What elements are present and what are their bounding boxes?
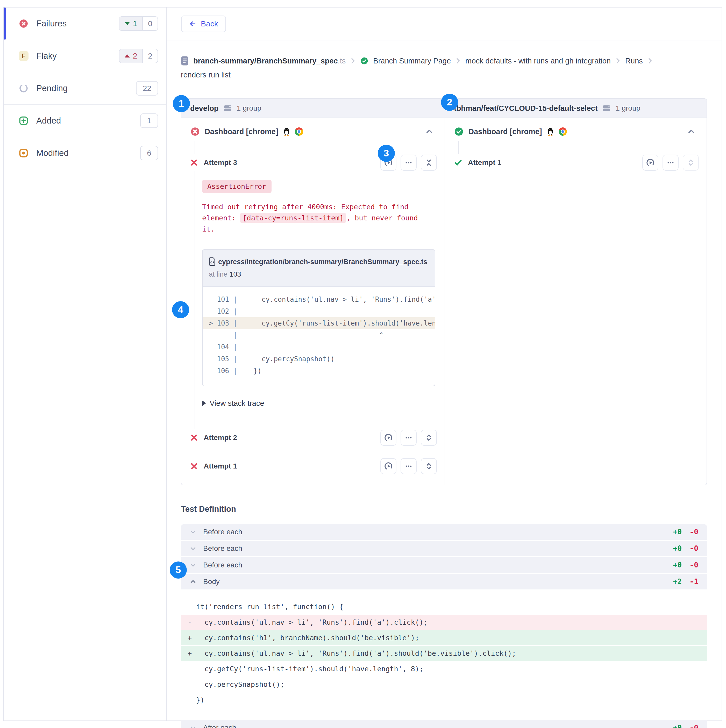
added-count: +0 (673, 561, 682, 569)
breadcrumb: branch-summary/BranchSummary_spec.ts Bra… (181, 54, 707, 82)
thread-line (458, 141, 459, 155)
modified-count-badge: 6 (140, 146, 158, 160)
section-body[interactable]: Body +2-1 (181, 574, 707, 590)
attempt-row-3: Attempt 3 (190, 154, 437, 171)
sidebar-item-label: Added (36, 116, 61, 125)
more-options-button[interactable] (401, 430, 417, 446)
passed-circle-icon (454, 127, 464, 136)
attempt-label: Attempt 1 (468, 159, 501, 167)
expand-attempt-button[interactable] (421, 430, 437, 446)
body-diff: it('renders run list', function() { - cy… (181, 590, 707, 720)
expand-attempt-button[interactable] (421, 458, 437, 474)
code-line: 105 | cy.percySnapshot() (203, 353, 435, 365)
replay-attempt-button[interactable] (642, 154, 659, 171)
page: Failures 1 0 F Flaky 2 2 (0, 0, 726, 728)
removed-count: -0 (689, 528, 698, 536)
app-window: Failures 1 0 F Flaky 2 2 (3, 7, 722, 721)
sidebar-item-pending[interactable]: Pending 22 (4, 72, 166, 105)
flaky-count-badge: 2 2 (119, 49, 158, 63)
comparison-body: Dashboard [chrome] (181, 118, 706, 485)
added-plus-icon (18, 116, 29, 125)
passed-check-icon (454, 159, 462, 167)
sidebar-item-modified[interactable]: Modified 6 (4, 137, 166, 169)
spec-file-icon (181, 56, 188, 66)
removed-count: -1 (689, 577, 698, 586)
column-feature-branch: Dashboard [chrome] (445, 118, 706, 485)
breadcrumb-current: renders run list (181, 68, 231, 82)
sidebar-item-added[interactable]: Added 1 (4, 105, 166, 137)
replay-attempt-button[interactable] (380, 458, 397, 474)
flaky-icon: F (18, 51, 29, 61)
annotation-marker-5: 5 (170, 561, 187, 578)
failed-x-icon (190, 462, 198, 470)
code-line-caret: | ^ (203, 329, 435, 341)
more-options-button[interactable] (401, 154, 417, 171)
error-type-badge: AssertionError (202, 180, 271, 193)
diff-line-removed: - cy.contains('ul.nav > li', 'Runs').fin… (181, 615, 707, 630)
chevron-down-icon (190, 562, 196, 569)
group-count-label: 1 group (237, 104, 262, 112)
annotation-marker-1: 1 (173, 95, 190, 112)
collapse-test-button[interactable] (426, 128, 433, 135)
annotation-marker-4: 4 (172, 301, 189, 318)
back-arrow-icon (189, 20, 197, 28)
back-button[interactable]: Back (181, 15, 226, 32)
error-details: AssertionError Timed out retrying after … (202, 171, 437, 408)
removed-count: -0 (689, 723, 698, 728)
section-before-each[interactable]: Before each +0-0 (181, 541, 707, 557)
test-result-row: Dashboard [chrome] (190, 124, 437, 139)
attempt-label: Attempt 3 (204, 159, 237, 167)
section-after-each[interactable]: After each +0-0 (181, 720, 707, 728)
removed-count: -0 (689, 544, 698, 553)
code-snippet-body: 101 | cy.contains('ul.nav > li', 'Runs')… (203, 287, 435, 385)
more-options-button[interactable] (663, 154, 679, 171)
code-line: 101 | cy.contains('ul.nav > li', 'Runs')… (203, 294, 435, 305)
breadcrumb-item[interactable]: Runs (625, 54, 643, 68)
chevron-down-icon (190, 529, 196, 535)
collapse-attempt-button[interactable] (421, 154, 437, 171)
group-server-icon (602, 104, 611, 112)
breadcrumb-spec[interactable]: branch-summary/BranchSummary_spec.ts (193, 54, 346, 68)
annotation-marker-3: 3 (378, 145, 395, 162)
diff-line-context: }) (181, 693, 707, 708)
diff-line-context: it('renders run list', function() { (181, 599, 707, 614)
breadcrumb-item[interactable]: Branch Summary Page (373, 54, 451, 68)
pending-count-badge: 22 (136, 81, 158, 96)
test-result-row: Dashboard [chrome] (454, 124, 699, 139)
diff-line-context: cy.getCy('runs-list-item').should('have.… (181, 661, 707, 676)
collapse-test-button[interactable] (688, 128, 695, 135)
thread-line (195, 141, 195, 436)
delta-up-icon (125, 54, 130, 58)
sidebar-item-failures[interactable]: Failures 1 0 (4, 8, 166, 40)
failed-x-icon (190, 434, 198, 442)
view-stack-trace-toggle[interactable]: View stack trace (202, 399, 437, 408)
error-message: Timed out retrying after 4000ms: Expecte… (202, 201, 422, 235)
more-options-button[interactable] (401, 458, 417, 474)
sidebar-item-flaky[interactable]: F Flaky 2 2 (4, 40, 166, 72)
main-area: Back branch-summary/BranchSummary_spec.t… (167, 8, 721, 720)
code-line-highlighted: > 103 | cy.getCy('runs-list-item').shoul… (203, 317, 435, 329)
expand-attempt-button[interactable] (683, 154, 699, 171)
chevron-right-icon (350, 58, 355, 64)
pending-spinner-icon (18, 83, 29, 93)
attempt-label: Attempt 1 (204, 462, 237, 470)
replay-attempt-button[interactable] (380, 430, 397, 446)
section-before-each[interactable]: Before each +0-0 (181, 557, 707, 574)
failed-circle-icon (190, 127, 200, 136)
section-before-each[interactable]: Before each +0-0 (181, 524, 707, 541)
chevron-up-icon (190, 578, 196, 585)
test-definition-panel: Before each +0-0 Before each +0-0 Before… (181, 524, 707, 728)
test-definition-title: Test Definition (181, 505, 707, 514)
sidebar-item-label: Modified (36, 148, 69, 158)
passed-check-icon (360, 57, 368, 65)
sidebar: Failures 1 0 F Flaky 2 2 (4, 8, 167, 720)
linux-icon (547, 127, 554, 136)
error-selector-code: [data-cy=runs-list-item] (240, 213, 346, 223)
diff-line-added: + cy.contains('h1', branchName).should('… (181, 630, 707, 645)
chevron-down-icon (190, 724, 196, 728)
back-toolbar: Back (167, 8, 721, 40)
breadcrumb-item[interactable]: mock defaults - with runs and gh integra… (466, 54, 611, 68)
modified-dot-icon (18, 148, 29, 158)
test-title: Dashboard [chrome] (469, 127, 542, 136)
failures-count-badge: 1 0 (119, 16, 158, 31)
